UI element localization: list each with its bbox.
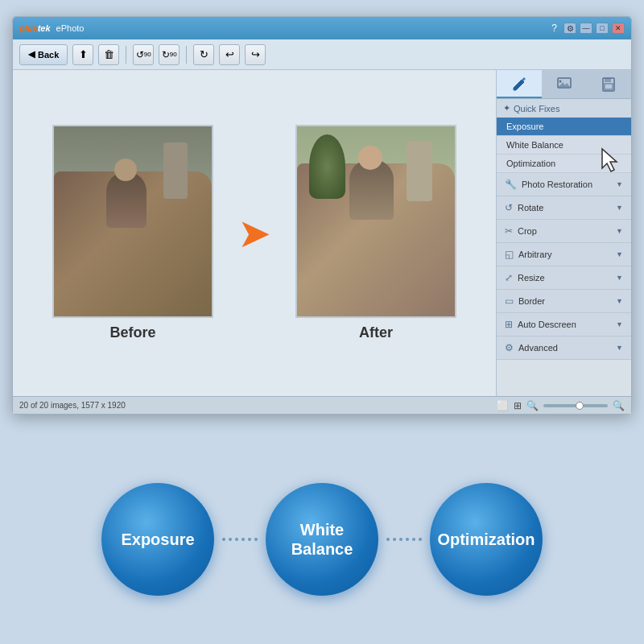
tab-enhance[interactable] (542, 70, 587, 98)
title-bar: plustek ePhoto ? ⚙ — □ ✕ (13, 17, 631, 39)
after-photo (295, 125, 456, 318)
svg-rect-3 (605, 78, 611, 82)
before-photo (52, 125, 213, 318)
quick-fixes-header: ✦ Quick Fixes (497, 99, 631, 118)
auto-descreen-label: Auto Descreen (518, 320, 611, 329)
photo-restoration-arrow: ▼ (616, 180, 623, 188)
separator-2 (186, 46, 187, 64)
statue-before (163, 142, 188, 199)
svg-rect-4 (605, 84, 613, 89)
before-label: Before (52, 324, 213, 341)
after-label: After (295, 324, 456, 341)
close-button[interactable]: ✕ (612, 23, 625, 34)
tool-section-rotate: ↺ Rotate ▼ (497, 196, 631, 220)
fix-item-exposure[interactable]: Exposure (497, 118, 631, 136)
view-icon-1[interactable]: ⬜ (497, 400, 509, 411)
view-icon-2[interactable]: ⊞ (514, 400, 522, 411)
tab-save[interactable] (586, 70, 631, 98)
crop-arrow: ▼ (616, 227, 623, 235)
app-logo: plustek ePhoto (19, 23, 84, 33)
upload-button[interactable]: ⬆ (72, 44, 93, 65)
zoom-slider[interactable] (543, 404, 608, 407)
maximize-button[interactable]: □ (596, 23, 609, 34)
border-header[interactable]: ▭ Border ▼ (497, 290, 631, 312)
arbitrary-icon: ◱ (505, 249, 514, 260)
resize-icon: ⤢ (505, 272, 513, 283)
undo-button[interactable]: ↩ (219, 44, 240, 65)
statue-after (407, 141, 432, 201)
redo-icon: ↪ (251, 48, 260, 60)
tool-section-photo-restoration: 🔧 Photo Restoration ▼ (497, 173, 631, 196)
crop-label: Crop (518, 226, 611, 236)
crop-icon: ✂ (505, 225, 513, 237)
circle-white-balance-label: White Balance (291, 520, 353, 559)
before-after-row: Before ➤ (52, 125, 456, 341)
photo-restoration-header[interactable]: 🔧 Photo Restoration ▼ (497, 173, 631, 196)
resize-arrow: ▼ (616, 274, 623, 282)
status-info: 20 of 20 images, 1577 x 1920 (19, 401, 126, 410)
advanced-arrow: ▼ (616, 344, 623, 352)
back-arrow-icon: ◀ (28, 49, 35, 60)
fix-item-optimization[interactable]: Optimization (497, 155, 631, 173)
after-photo-container: After (295, 125, 456, 341)
tool-section-advanced: ⚙ Advanced ▼ (497, 336, 631, 360)
dot (235, 538, 238, 541)
dot (229, 538, 232, 541)
crop-header[interactable]: ✂ Crop ▼ (497, 220, 631, 242)
arrow-icon: ➤ (237, 213, 271, 254)
back-button[interactable]: ◀ Back (19, 44, 68, 65)
rotate-cw-icon: ↻ (162, 49, 170, 60)
fix-item-white-balance[interactable]: White Balance (497, 136, 631, 155)
image-area: Before ➤ (13, 70, 496, 396)
settings-icon[interactable]: ⚙ (564, 23, 576, 34)
auto-descreen-icon: ⊞ (505, 319, 513, 330)
tool-sections: 🔧 Photo Restoration ▼ ↺ Rotate ▼ ✂ (497, 173, 631, 396)
rotate-header[interactable]: ↺ Rotate ▼ (497, 196, 631, 219)
title-bar-controls: ? ⚙ — □ ✕ (551, 23, 625, 34)
zoom-in-icon[interactable]: 🔍 (613, 400, 625, 411)
zoom-out-icon[interactable]: 🔍 (526, 400, 539, 411)
tree-after (309, 134, 345, 199)
circle-optimization-container: Optimization (430, 483, 543, 596)
rotate-ccw-button[interactable]: ↺90 (133, 44, 154, 65)
resize-header[interactable]: ⤢ Resize ▼ (497, 266, 631, 289)
auto-descreen-header[interactable]: ⊞ Auto Descreen ▼ (497, 313, 631, 336)
arbitrary-header[interactable]: ◱ Arbitrary ▼ (497, 243, 631, 266)
back-label: Back (38, 50, 59, 60)
panel-tabs (497, 70, 631, 99)
delete-button[interactable]: 🗑 (98, 44, 119, 65)
app-window: plustek ePhoto ? ⚙ — □ ✕ ◀ Back ⬆ 🗑 ↺90 … (12, 16, 632, 415)
resize-label: Resize (518, 273, 611, 283)
circle-exposure-label: Exposure (121, 530, 194, 549)
rotate-ccw-icon: ↺ (136, 49, 144, 60)
rotate-icon: ↺ (505, 202, 513, 213)
enhance-icon (557, 77, 572, 92)
rotate-cw-button[interactable]: ↻90 (159, 44, 180, 65)
arbitrary-label: Arbitrary (518, 250, 611, 259)
help-icon[interactable]: ? (551, 23, 557, 34)
border-label: Border (518, 296, 611, 306)
fix-menu: Exposure White Balance Optimization (497, 118, 631, 173)
title-bar-left: plustek ePhoto (19, 23, 84, 33)
dot (386, 538, 390, 541)
redo-button[interactable]: ↪ (245, 44, 266, 65)
tab-edit[interactable] (497, 70, 542, 98)
photo-restoration-label: Photo Restoration (522, 180, 611, 189)
main-content: Before ➤ (13, 70, 631, 396)
dot (248, 538, 251, 541)
white-balance-label: White Balance (506, 140, 564, 150)
upload-icon: ⬆ (79, 48, 88, 60)
zoom-thumb (576, 402, 584, 410)
tool-section-border: ▭ Border ▼ (497, 290, 631, 313)
advanced-icon: ⚙ (505, 342, 514, 353)
dots-1 (214, 538, 266, 541)
circle-white-balance: White Balance (266, 483, 378, 596)
refresh-button[interactable]: ↻ (193, 44, 214, 65)
photo-restoration-icon: 🔧 (505, 179, 517, 190)
advanced-label: Advanced (518, 343, 611, 353)
border-arrow: ▼ (616, 297, 623, 305)
dot (419, 538, 422, 541)
status-right: ⬜ ⊞ 🔍 🔍 (497, 400, 625, 411)
advanced-header[interactable]: ⚙ Advanced ▼ (497, 336, 631, 359)
minimize-button[interactable]: — (580, 23, 592, 34)
